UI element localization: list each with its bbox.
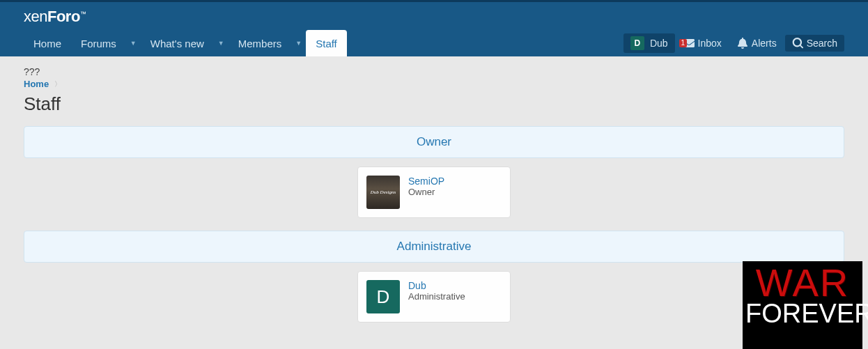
member-role: Administrative xyxy=(408,291,465,302)
nav-toggle-2[interactable]: ▼ xyxy=(214,30,228,56)
member-avatar[interactable] xyxy=(366,176,400,209)
nav-item-members[interactable]: Members xyxy=(228,30,292,56)
user-avatar-small: D xyxy=(630,36,644,50)
nav-item-staff[interactable]: Staff xyxy=(306,30,347,56)
site-logo[interactable]: xenForo™ xyxy=(24,8,86,30)
content-area: ??? Home 〉 Staff OwnerSemiOPOwnerAdminis… xyxy=(0,56,868,345)
inbox-link[interactable]: 1 Inbox xyxy=(676,38,729,49)
inbox-badge: 1 xyxy=(679,39,688,47)
breadcrumb-home[interactable]: Home xyxy=(24,79,49,89)
logo-text-1: xen xyxy=(24,8,47,25)
alerts-label: Alerts xyxy=(752,38,777,49)
member-avatar[interactable]: D xyxy=(366,280,400,313)
user-menu[interactable]: D Dub xyxy=(623,33,675,53)
breadcrumb: Home 〉 xyxy=(24,79,844,89)
nav-toggle-1[interactable]: ▼ xyxy=(126,30,141,56)
member-name-link[interactable]: SemiOP xyxy=(408,176,444,187)
alerts-link[interactable]: Alerts xyxy=(730,38,784,49)
member-card: SemiOPOwner xyxy=(357,166,511,218)
member-name-link[interactable]: Dub xyxy=(408,280,465,291)
group-header: Administrative xyxy=(24,231,844,263)
pre-title: ??? xyxy=(24,66,844,77)
main-nav: HomeForums▼What's new▼Members▼Staff D Du… xyxy=(0,30,868,56)
search-link[interactable]: Search xyxy=(785,35,844,52)
nav-item-home[interactable]: Home xyxy=(24,30,71,56)
group-header: Owner xyxy=(24,126,844,158)
nav-item-forums[interactable]: Forums xyxy=(71,30,126,56)
logo-text-2: Foro xyxy=(47,8,80,25)
member-role: Owner xyxy=(408,187,444,197)
ad-line-2: FOREVER xyxy=(745,300,860,327)
member-card: DDubAdministrative xyxy=(357,271,511,323)
page-title: Staff xyxy=(24,93,844,115)
nav-toggle-3[interactable]: ▼ xyxy=(291,30,306,56)
nav-item-what-s-new[interactable]: What's new xyxy=(141,30,214,56)
search-icon xyxy=(792,38,803,49)
user-name: Dub xyxy=(650,38,668,49)
bell-icon xyxy=(737,38,748,49)
floating-ad[interactable]: WAR FOREVER xyxy=(743,261,862,345)
search-label: Search xyxy=(807,38,837,49)
ad-line-1: WAR xyxy=(745,265,860,300)
inbox-label: Inbox xyxy=(698,38,722,49)
header: xenForo™ xyxy=(0,2,868,30)
chevron-right-icon: 〉 xyxy=(54,79,61,89)
